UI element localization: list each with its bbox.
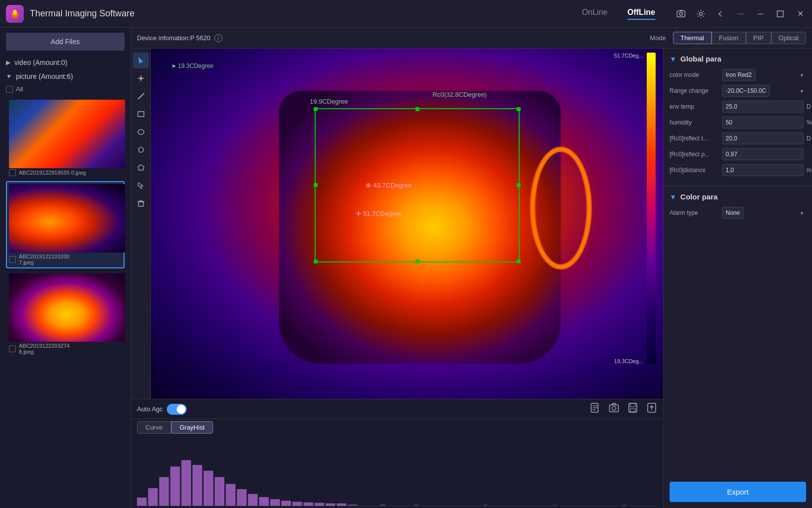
global-para-section: ▼ Global para color mode Iron Red2 Rainb…	[664, 49, 812, 187]
color-scale: 51.7CDeg... 19.3CDeg...	[645, 53, 657, 379]
svg-point-4	[679, 12, 682, 15]
global-para-collapse[interactable]: ▼	[670, 55, 677, 63]
rc0-distance-unit: m	[807, 167, 812, 174]
scale-top-label: 51.7CDeg...	[614, 53, 643, 59]
report-icon[interactable]	[590, 402, 601, 416]
title-bar-tabs: OnLine OffLine	[582, 8, 655, 20]
info-icon[interactable]: i	[214, 34, 222, 42]
histogram-svg	[137, 438, 657, 506]
close-icon[interactable]: ✕	[794, 8, 806, 20]
image-viewer-wrapper: ➤ 19.3CDegree 19.9CDegree Rc0(32.8CDegre…	[131, 49, 663, 399]
thumbnail-item-2[interactable]: ABC20191221032007.jpeg	[6, 181, 125, 268]
chart-tabs: Curve GrayHist	[131, 419, 663, 436]
title-bar-controls: ··· ─ ✕	[675, 8, 806, 20]
tool-crosshair[interactable]	[133, 70, 149, 86]
thumbnail-checkbox-2[interactable]	[9, 256, 16, 263]
select-all-checkbox[interactable]	[6, 86, 13, 93]
svg-rect-47	[337, 504, 346, 506]
tool-ellipse-outer[interactable]	[133, 124, 149, 140]
back-icon[interactable]	[715, 8, 727, 20]
env-temp-input[interactable]	[722, 101, 804, 113]
svg-rect-29	[137, 498, 147, 506]
tab-offline[interactable]: OffLine	[627, 8, 655, 20]
color-para-header: ▼ Color para	[670, 192, 806, 201]
tool-cursor[interactable]	[133, 53, 149, 68]
svg-rect-33	[181, 460, 191, 506]
alarm-type-select[interactable]: None High Low	[722, 207, 744, 219]
restore-icon[interactable]	[774, 8, 786, 20]
sidebar: Add Files ▶ video (Amount:0) ▼ picture (…	[0, 28, 131, 508]
range-change-select-wrapper: -20.0C~150.0C -40.0C~160.0C	[722, 85, 806, 97]
svg-rect-5	[679, 10, 682, 11]
thumbnail-label-1: ABC2019122918555 0.jpeg	[9, 169, 86, 176]
sidebar-item-picture[interactable]: ▼ picture (Amount:6)	[0, 69, 131, 83]
screenshot-icon[interactable]	[675, 8, 687, 20]
rc0-reflect-t-input[interactable]	[722, 132, 804, 144]
thumbnail-checkbox-1[interactable]	[9, 169, 16, 176]
minimize-icon[interactable]: ─	[754, 8, 766, 20]
color-para-section: ▼ Color para Alarm type None High Low	[664, 187, 812, 229]
param-label-rc0-reflect-p: [Rc0]reflect p...	[670, 151, 719, 158]
param-label-rc0-distance: [Rc0]distance	[670, 167, 719, 174]
tool-polygon[interactable]	[133, 160, 149, 176]
right-panel: ▼ Global para color mode Iron Red2 Rainb…	[663, 49, 812, 508]
svg-point-2	[13, 10, 16, 14]
tab-grayhist[interactable]: GrayHist	[171, 421, 213, 434]
tab-curve[interactable]: Curve	[137, 421, 171, 434]
global-para-title: Global para	[680, 55, 722, 63]
param-label-alarm-type: Alarm type	[670, 209, 719, 216]
thumbnail-grid: ABC2019122918555 0.jpeg ABC2019122103200…	[0, 95, 131, 508]
mode-btn-fusion[interactable]: Fusion	[712, 32, 746, 44]
param-rc0-reflect-p: [Rc0]reflect p...	[670, 148, 806, 160]
settings-icon[interactable]	[695, 8, 707, 20]
svg-rect-3	[677, 11, 685, 17]
svg-rect-36	[215, 477, 225, 506]
add-files-button[interactable]: Add Files	[6, 33, 125, 51]
app-title: Thermal Imaging Software	[30, 8, 582, 19]
humidity-input[interactable]	[722, 117, 804, 128]
color-mode-select[interactable]: Iron Red2 Rainbow Gray	[722, 69, 755, 81]
svg-rect-43	[292, 502, 302, 506]
app-logo	[6, 5, 24, 23]
thumbnail-item-3[interactable]: ABC20191222032748.jpeg	[6, 270, 125, 358]
thumbnail-item-1[interactable]: ABC2019122918555 0.jpeg	[6, 97, 125, 179]
svg-rect-45	[315, 503, 325, 506]
rc0-distance-input[interactable]	[722, 164, 804, 176]
tool-ellipse-inner[interactable]	[133, 142, 149, 158]
save-icon[interactable]	[627, 402, 638, 416]
image-canvas[interactable]: ➤ 19.3CDegree 19.9CDegree Rc0(32.8CDegre…	[151, 49, 663, 399]
svg-rect-37	[226, 484, 236, 506]
svg-rect-44	[303, 503, 313, 506]
camera-icon[interactable]	[609, 402, 619, 416]
thumbnail-checkbox-3[interactable]	[9, 345, 16, 352]
tool-delete[interactable]	[133, 195, 149, 211]
param-alarm-type: Alarm type None High Low	[670, 207, 806, 219]
toolbar-bar: Device infomation:P 5620 i Mode Thermal …	[131, 28, 812, 49]
tool-line[interactable]	[133, 88, 149, 104]
mode-btn-optical[interactable]: Optical	[771, 32, 806, 44]
tree-arrow-picture: ▼	[6, 73, 12, 80]
rc0-reflect-p-input[interactable]	[722, 148, 804, 160]
tool-select-pointer[interactable]	[133, 178, 149, 193]
temp-label-center: ⊕ 43.7CDegree	[366, 182, 411, 189]
sidebar-item-video[interactable]: ▶ video (Amount:0)	[0, 56, 131, 69]
export-button[interactable]: Export	[670, 482, 806, 502]
svg-point-6	[699, 12, 702, 15]
tab-online[interactable]: OnLine	[582, 8, 608, 20]
select-all-label: All	[16, 85, 23, 93]
range-change-select[interactable]: -20.0C~150.0C -40.0C~160.0C	[722, 85, 770, 97]
auto-agc-toggle[interactable]	[167, 404, 187, 415]
svg-rect-7	[777, 11, 783, 17]
mode-btn-pip[interactable]: PIP	[746, 32, 771, 44]
svg-rect-39	[248, 494, 258, 506]
svg-rect-38	[237, 489, 247, 506]
more-icon[interactable]: ···	[735, 8, 746, 20]
mode-btn-thermal[interactable]: Thermal	[673, 32, 712, 44]
temp-label-box-tr: Rc0(32.8CDegree)	[433, 91, 487, 98]
tree-label-picture: picture (Amount:6)	[16, 72, 73, 80]
color-para-collapse[interactable]: ▼	[670, 193, 677, 201]
export-icon[interactable]	[646, 402, 657, 416]
svg-line-11	[138, 93, 144, 99]
param-label-range-change: Range change	[670, 87, 719, 94]
tool-rectangle[interactable]	[133, 106, 149, 122]
